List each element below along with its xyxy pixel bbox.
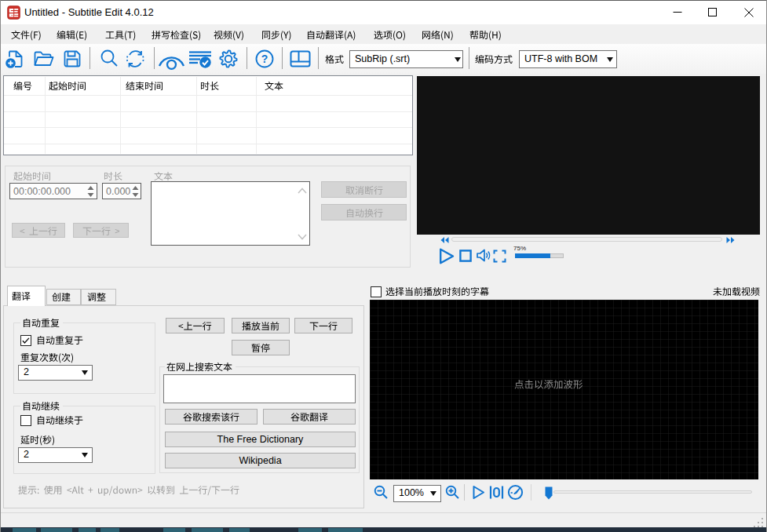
- svg-text:?: ?: [261, 53, 268, 65]
